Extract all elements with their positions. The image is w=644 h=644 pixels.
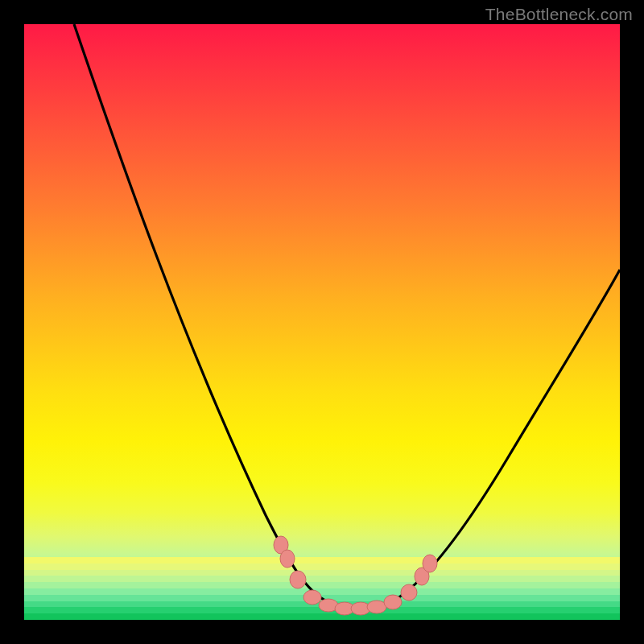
plot-area <box>24 24 620 620</box>
curve-marker <box>303 590 321 605</box>
curve-marker <box>367 601 386 613</box>
curve-marker <box>384 595 402 609</box>
curve-marker <box>280 550 295 568</box>
watermark-text: TheBottleneck.com <box>485 5 633 24</box>
marker-group <box>274 536 437 615</box>
curve-path <box>74 24 620 609</box>
curve-marker <box>423 555 437 572</box>
chart-frame: TheBottleneck.com <box>0 0 644 644</box>
curve-marker <box>290 571 306 588</box>
bottleneck-curve <box>24 24 620 620</box>
curve-marker <box>401 584 417 601</box>
